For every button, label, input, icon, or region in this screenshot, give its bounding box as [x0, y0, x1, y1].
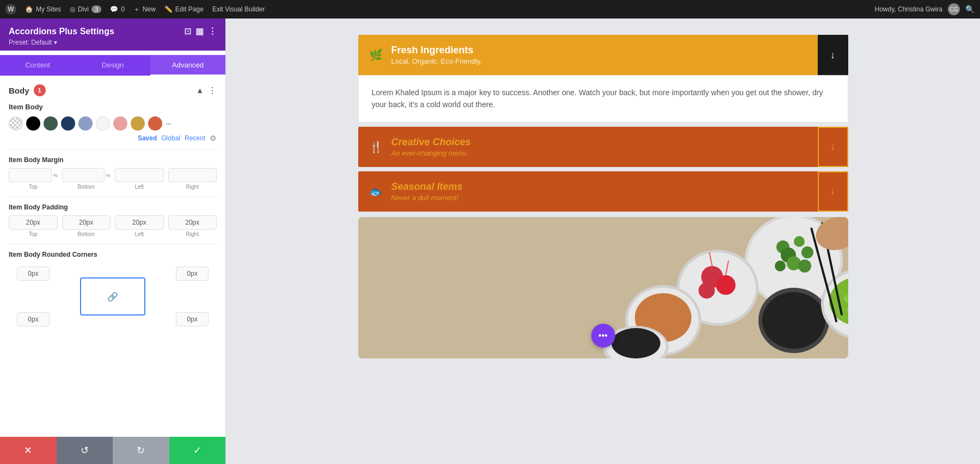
color-swatch-darkgreen[interactable]	[44, 116, 58, 131]
panel-tabs: Content Design Advanced	[0, 55, 225, 76]
admin-bar-edit-page[interactable]: ✏️ Edit Page	[164, 5, 204, 13]
section-title-text: Body	[9, 86, 29, 95]
padding-right-input[interactable]	[168, 215, 217, 230]
preset-chevron-icon: ▾	[54, 39, 57, 46]
panel-header: Accordions Plus Settings ⊡ ▦ ⋮ Preset: D…	[0, 18, 225, 51]
padding-left-input[interactable]	[115, 215, 164, 230]
accordion-header-1[interactable]: 🌿 Fresh Ingredients Local. Organic. Eco-…	[358, 35, 848, 75]
tab-design[interactable]: Design	[75, 55, 150, 76]
item-body-label: Item Body	[9, 103, 217, 111]
margin-right-label: Right	[186, 184, 199, 190]
color-swatch-darkblue[interactable]	[61, 116, 75, 131]
padding-bottom-input[interactable]	[62, 215, 111, 230]
corner-bottom-left-input[interactable]	[17, 312, 50, 326]
badge-number: 1	[38, 87, 41, 94]
admin-bar-mysites[interactable]: 🏠 My Sites	[25, 5, 61, 13]
accordion-body-1: Lorem Khaled Ipsum is a major key to suc…	[358, 75, 848, 122]
admin-bar-exit-builder[interactable]: Exit Visual Builder	[212, 5, 265, 13]
corner-top-left-input[interactable]	[17, 267, 50, 281]
color-swatch-transparent[interactable]	[9, 116, 23, 131]
wp-logo-icon[interactable]: W	[5, 4, 16, 15]
user-avatar[interactable]: CG	[948, 3, 960, 15]
section-badge: 1	[34, 84, 46, 96]
more-options-icon[interactable]: ⋮	[208, 26, 217, 36]
margin-left-input[interactable]	[115, 168, 164, 182]
accordion-item-3: 🐟 Seasonal Items Never a dull moment! ↓	[358, 171, 848, 212]
svg-point-14	[699, 282, 715, 299]
preview-panel: 🌿 Fresh Ingredients Local. Organic. Eco-…	[226, 18, 980, 464]
color-swatch-black[interactable]	[26, 116, 40, 131]
cancel-button[interactable]: ✕	[0, 437, 57, 464]
accordion-subtitle-1: Local. Organic. Eco-Friendly.	[391, 57, 482, 65]
margin-top-link-icon[interactable]: ⇋	[53, 172, 58, 179]
section-more-icon[interactable]: ⋮	[208, 85, 217, 96]
accordion-header-2[interactable]: 🍴 Creative Choices An ever-changing menu…	[358, 127, 848, 167]
svg-point-6	[801, 246, 813, 258]
svg-point-18	[762, 292, 825, 349]
margin-bottom-link-icon[interactable]: ⇋	[106, 172, 111, 179]
padding-left-label: Left	[134, 231, 144, 237]
redo-button[interactable]: ↻	[113, 437, 169, 464]
minimize-icon[interactable]: ⊡	[184, 26, 191, 36]
tab-advanced[interactable]: Advanced	[150, 55, 225, 76]
search-icon[interactable]: 🔍	[965, 5, 975, 14]
admin-bar-right: Howdy, Christina Gwira CG 🔍	[875, 3, 975, 15]
body-section-header: Body 1 ▲ ⋮	[9, 84, 217, 96]
color-swatch-gold[interactable]	[131, 116, 145, 131]
saved-preset-label[interactable]: Saved	[138, 134, 157, 142]
accordion-header-3[interactable]: 🐟 Seasonal Items Never a dull moment! ↓	[358, 171, 848, 212]
divi-label: Divi	[78, 5, 89, 13]
link-chain-icon[interactable]: 🔗	[107, 292, 118, 302]
accordion-toggle-3[interactable]: ↓	[818, 171, 848, 212]
floating-action-button[interactable]: •••	[591, 324, 615, 348]
padding-top-input[interactable]	[9, 215, 58, 230]
main-layout: Accordions Plus Settings ⊡ ▦ ⋮ Preset: D…	[0, 18, 980, 464]
color-settings-icon[interactable]: ⚙	[210, 134, 217, 143]
margin-top-input-wrap: ⇋	[9, 168, 58, 182]
margin-left-cell: Left	[115, 168, 164, 190]
padding-right-label: Right	[186, 231, 199, 237]
admin-bar-howdy[interactable]: Howdy, Christina Gwira	[875, 5, 942, 13]
corner-bottom-right-input[interactable]	[176, 312, 209, 326]
color-swatch-pink[interactable]	[113, 116, 127, 131]
margin-bottom-cell: ⇋ Bottom	[62, 168, 111, 190]
edit-icon: ✏️	[164, 5, 173, 13]
comment-icon: 💬	[110, 5, 118, 13]
accordion-subtitle-3: Never a dull moment!	[391, 194, 463, 202]
color-swatch-lightgray[interactable]	[96, 116, 110, 131]
divi-icon: ◎	[70, 5, 75, 13]
howdy-label: Howdy, Christina Gwira	[875, 5, 942, 13]
rounded-corners-label: Item Body Rounded Corners	[9, 251, 217, 258]
margin-right-input[interactable]	[168, 168, 217, 182]
corners-center-box: 🔗	[80, 277, 145, 315]
divider-3	[9, 244, 217, 244]
columns-icon[interactable]: ▦	[195, 26, 204, 36]
undo-button[interactable]: ↺	[57, 437, 113, 464]
tab-content[interactable]: Content	[0, 55, 75, 76]
admin-bar-divi[interactable]: ◎ Divi 3	[70, 5, 101, 13]
accordion-toggle-1[interactable]: ↓	[818, 35, 848, 75]
color-more-icon[interactable]: ···	[166, 118, 170, 129]
admin-bar-comments[interactable]: 💬 0	[110, 5, 125, 13]
admin-bar: W 🏠 My Sites ◎ Divi 3 💬 0 ＋ New ✏️ Edit …	[0, 0, 980, 18]
admin-bar-new[interactable]: ＋ New	[133, 5, 156, 14]
save-button[interactable]: ✓	[169, 437, 226, 464]
item-body-padding-label: Item Body Padding	[9, 203, 217, 211]
section-actions: ▲ ⋮	[196, 85, 217, 96]
margin-inputs: ⇋ Top ⇋ Bottom Left Right	[9, 168, 217, 190]
section-collapse-icon[interactable]: ▲	[196, 86, 204, 95]
color-presets-row: Saved Global Recent ⚙	[9, 134, 217, 143]
padding-bottom-cell: Bottom	[62, 215, 111, 237]
panel-preset[interactable]: Preset: Default ▾	[9, 39, 217, 46]
corner-top-right-input[interactable]	[176, 267, 209, 281]
color-swatch-medblue[interactable]	[78, 116, 93, 131]
accordion-item-2: 🍴 Creative Choices An ever-changing menu…	[358, 127, 848, 167]
margin-top-input[interactable]	[9, 168, 52, 182]
color-swatch-orange[interactable]	[148, 116, 162, 131]
recent-preset-label[interactable]: Recent	[185, 134, 205, 142]
svg-point-13	[716, 275, 736, 295]
global-preset-label[interactable]: Global	[161, 134, 180, 142]
margin-bottom-input[interactable]	[62, 168, 105, 182]
accordion-toggle-2[interactable]: ↓	[818, 127, 848, 167]
plus-icon: ＋	[133, 5, 140, 14]
